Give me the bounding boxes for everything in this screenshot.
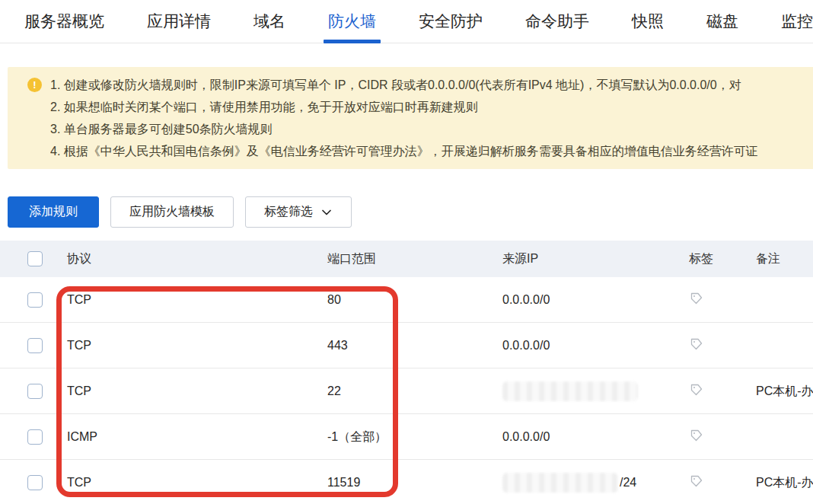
tab-app-details[interactable]: 应用详情 — [142, 11, 215, 43]
cell-protocol: TCP — [67, 339, 91, 352]
column-header-source-ip: 来源IP — [502, 251, 538, 267]
ip-suffix: /24 — [620, 476, 636, 490]
cell-source-ip: 0.0.0.0/0 — [502, 339, 550, 352]
row-checkbox[interactable] — [27, 475, 43, 490]
tag-icon[interactable] — [689, 428, 704, 446]
toolbar: 添加规则 应用防火墙模板 标签筛选 — [8, 196, 813, 228]
table-row: TCP 11519 /24 PC本机-办 — [0, 460, 813, 504]
add-rule-button[interactable]: 添加规则 — [8, 196, 99, 228]
warning-icon: ! — [27, 78, 42, 92]
cell-remark: PC本机-办 — [756, 383, 813, 399]
blurred-ip — [502, 381, 638, 401]
tag-icon[interactable] — [689, 474, 704, 492]
tab-domain[interactable]: 域名 — [249, 11, 290, 43]
tag-filter-button[interactable]: 标签筛选 — [245, 196, 352, 228]
cell-port-range: 22 — [327, 384, 341, 398]
cell-source-ip-masked: /24 — [502, 473, 636, 493]
cell-protocol: TCP — [67, 384, 91, 398]
tab-snapshot[interactable]: 快照 — [627, 11, 668, 43]
cell-port-range: -1（全部） — [327, 429, 387, 445]
tag-filter-label: 标签筛选 — [264, 204, 313, 220]
column-header-remark: 备注 — [756, 251, 780, 267]
add-rule-label: 添加规则 — [29, 204, 78, 220]
cell-protocol: TCP — [67, 476, 91, 490]
apply-template-label: 应用防火墙模板 — [129, 204, 215, 220]
tab-server-overview[interactable]: 服务器概览 — [20, 11, 109, 43]
chevron-down-icon — [320, 206, 333, 219]
cell-source-ip: 0.0.0.0/0 — [502, 430, 550, 444]
select-all-checkbox[interactable] — [27, 251, 43, 266]
cell-remark: PC本机-办 — [756, 474, 813, 490]
column-header-protocol: 协议 — [67, 251, 91, 267]
table-row: TCP 22 PC本机-办 — [0, 368, 813, 414]
row-checkbox[interactable] — [27, 292, 43, 308]
notice-line-1: 1. 创建或修改防火墙规则时，限制IP来源可填写单个 IP，CIDR 段或者0.… — [50, 74, 813, 96]
tag-icon[interactable] — [689, 291, 704, 309]
row-checkbox[interactable] — [27, 429, 43, 445]
firewall-rules-table: 协议 端口范围 来源IP 标签 备注 TCP 80 0.0.0.0/0 TCP … — [0, 241, 813, 504]
cell-port-range: 443 — [327, 339, 348, 352]
tag-icon[interactable] — [689, 337, 704, 355]
apply-firewall-template-button[interactable]: 应用防火墙模板 — [110, 196, 234, 228]
tab-bar: 服务器概览 应用详情 域名 防火墙 安全防护 命令助手 快照 磁盘 监控 自助诊… — [0, 0, 813, 43]
table-row: TCP 443 0.0.0.0/0 — [0, 323, 813, 368]
row-checkbox[interactable] — [27, 338, 43, 353]
column-header-tag: 标签 — [689, 251, 713, 267]
tab-security[interactable]: 安全防护 — [414, 11, 487, 43]
cell-protocol: ICMP — [67, 430, 97, 444]
table-header: 协议 端口范围 来源IP 标签 备注 — [0, 241, 813, 277]
table-row: TCP 80 0.0.0.0/0 — [0, 277, 813, 323]
cell-port-range: 11519 — [327, 476, 360, 490]
row-checkbox[interactable] — [27, 384, 43, 399]
table-row: ICMP -1（全部） 0.0.0.0/0 — [0, 414, 813, 460]
tab-command-assistant[interactable]: 命令助手 — [521, 11, 594, 43]
column-header-port-range: 端口范围 — [327, 251, 376, 267]
tab-monitor[interactable]: 监控 — [776, 11, 813, 43]
blurred-ip — [502, 473, 618, 493]
tag-icon[interactable] — [689, 382, 704, 400]
notice-box: ! 1. 创建或修改防火墙规则时，限制IP来源可填写单个 IP，CIDR 段或者… — [8, 67, 813, 169]
tab-firewall[interactable]: 防火墙 — [324, 11, 381, 43]
cell-source-ip-masked — [502, 381, 638, 401]
cell-protocol: TCP — [67, 293, 91, 307]
cell-port-range: 80 — [327, 293, 341, 307]
cell-source-ip: 0.0.0.0/0 — [502, 293, 550, 307]
firewall-page: 服务器概览 应用详情 域名 防火墙 安全防护 命令助手 快照 磁盘 监控 自助诊… — [0, 0, 813, 504]
notice-line-3: 3. 单台服务器最多可创建50条防火墙规则 — [50, 118, 813, 140]
notice-line-2: 2. 如果想临时关闭某个端口，请使用禁用功能，免于开放对应端口时再新建规则 — [50, 96, 813, 118]
notice-line-4: 4. 根据《中华人民共和国电信条例》及《电信业务经营许可管理办法》，开展递归解析… — [50, 140, 813, 162]
tab-disk[interactable]: 磁盘 — [702, 11, 743, 43]
